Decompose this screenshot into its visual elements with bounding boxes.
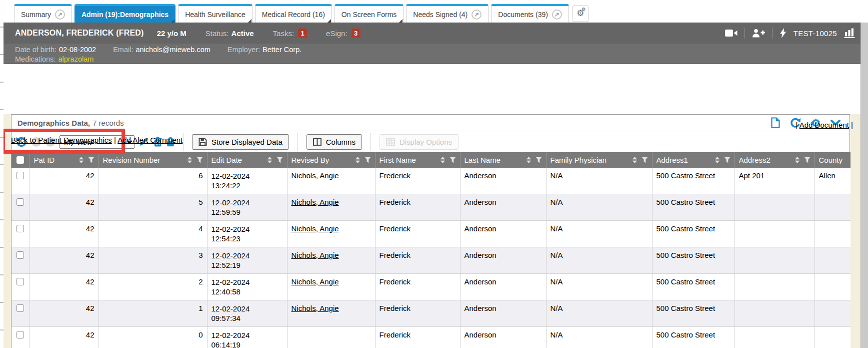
revised-by-link[interactable]: Nichols, Angie [292, 224, 339, 233]
select-all-checkbox[interactable] [16, 156, 24, 164]
row-checkbox[interactable] [16, 278, 24, 285]
tab-summary[interactable]: Summary↗ [14, 4, 72, 23]
filter-icon[interactable] [196, 157, 203, 163]
cell-last_name: Anderson [460, 300, 546, 327]
store-displayed-data-button[interactable]: Store Displayed Data [192, 134, 289, 150]
cell-address2 [734, 221, 814, 247]
filter-icon[interactable] [88, 157, 94, 163]
column-header-address2[interactable]: Address2 [734, 152, 814, 168]
column-header-revision[interactable]: Revision Number [98, 152, 207, 168]
revised-by-link[interactable]: Nichols, Angie [292, 251, 339, 259]
filter-icon[interactable] [450, 157, 456, 163]
popout-icon[interactable]: ↗ [55, 10, 65, 20]
sort-icon[interactable] [714, 156, 720, 164]
column-header-pat_id[interactable]: Pat ID [30, 152, 98, 168]
sort-icon[interactable] [794, 156, 800, 164]
row-checkbox[interactable] [16, 198, 24, 206]
revised-by-link[interactable]: Nichols, Angie [292, 171, 339, 180]
row-checkbox[interactable] [16, 304, 24, 312]
column-label: Address2 [739, 156, 770, 164]
tab-health-surveillance[interactable]: Health Surveillance [178, 4, 252, 23]
columns-button[interactable]: Columns [306, 134, 362, 150]
row-checkbox-cell [12, 300, 30, 327]
revised-by-link[interactable]: Nichols, Angie [292, 277, 339, 286]
edit-date: 12-02-2024 [212, 198, 283, 207]
column-header-edit_date[interactable]: Edit Date [207, 152, 287, 168]
tab-medical-record-16[interactable]: Medical Record (16) [255, 4, 332, 23]
column-header-checkbox[interactable] [12, 152, 30, 168]
sort-icon[interactable] [526, 156, 532, 164]
filter-icon[interactable] [724, 157, 730, 163]
column-label: County [819, 156, 843, 164]
cell-family_physician: N/A [546, 327, 652, 348]
cell-family_physician: N/A [546, 247, 652, 274]
tab-settings-button[interactable]: ⚙ ⚙ [572, 5, 588, 22]
toolbar-divider [370, 133, 371, 151]
add-alert-comment-link[interactable]: Add Alert Comment [118, 136, 182, 144]
cell-edit_date: 12-02-202412:54:23 [207, 221, 287, 247]
cell-revision: 0 [98, 327, 207, 348]
column-header-family_physician[interactable]: Family Physician [546, 152, 652, 168]
column-label: Family Physician [550, 156, 607, 164]
tab-documents-39[interactable]: Documents (39)↗ [491, 4, 569, 23]
table-row: 42612-02-202413:24:22Nichols, AngieFrede… [12, 168, 850, 194]
tab-dropdown-caret-icon[interactable] [328, 19, 331, 23]
esign-count-badge[interactable]: 3 [352, 29, 360, 38]
toolbar-divider [183, 133, 184, 151]
column-header-revised_by[interactable]: Revised By [287, 152, 375, 168]
video-camera-icon[interactable] [725, 29, 738, 37]
add-person-icon[interactable] [752, 29, 765, 38]
save-icon [198, 138, 207, 146]
filter-icon[interactable] [364, 157, 371, 163]
tab-admin-19-demographics[interactable]: Admin (19):Demographics [74, 4, 176, 23]
vertical-scrollbar[interactable] [860, 23, 868, 348]
cell-county [814, 194, 850, 221]
sort-icon[interactable] [267, 156, 272, 164]
tab-on-screen-forms[interactable]: On Screen Forms [334, 4, 404, 23]
row-checkbox[interactable] [16, 251, 24, 259]
cell-address2 [734, 194, 814, 221]
bar-chart-icon[interactable] [844, 28, 855, 38]
popout-icon[interactable]: ↗ [552, 10, 562, 20]
sort-icon[interactable] [78, 156, 84, 164]
revised-by-link[interactable]: Nichols, Angie [292, 198, 339, 206]
back-to-patient-demographics-link[interactable]: Back to Patient Demographics [11, 136, 112, 144]
tasks-count-badge[interactable]: 1 [298, 29, 307, 38]
filter-icon[interactable] [804, 157, 810, 163]
filter-icon[interactable] [536, 157, 542, 163]
popout-icon[interactable]: ↗ [472, 10, 482, 20]
cell-county: Allen [814, 168, 850, 194]
sort-icon[interactable] [440, 156, 446, 164]
sort-icon[interactable] [187, 156, 192, 164]
new-document-icon[interactable] [771, 117, 780, 128]
patient-demographics-bar: Date of birth: 02-08-2002 Email: anichol… [0, 44, 868, 64]
cell-revised_by: Nichols, Angie [287, 274, 375, 300]
row-checkbox[interactable] [16, 225, 24, 232]
tab-needs-signed-4[interactable]: Needs Signed (4)↗ [406, 4, 488, 23]
add-document-link[interactable]: Add Document [800, 121, 849, 129]
tab-dropdown-caret-icon[interactable] [399, 19, 402, 23]
cell-revision: 6 [98, 168, 207, 194]
cell-pat_id: 42 [30, 327, 98, 348]
column-header-last_name[interactable]: Last Name [460, 152, 546, 168]
sort-icon[interactable] [355, 156, 360, 164]
sort-icon[interactable] [632, 156, 638, 164]
filter-icon[interactable] [642, 157, 648, 163]
column-header-first_name[interactable]: First Name [375, 152, 460, 168]
column-header-address1[interactable]: Address1 [652, 152, 734, 168]
cell-revised_by: Nichols, Angie [287, 247, 375, 274]
row-checkbox[interactable] [16, 331, 24, 338]
cell-edit_date: 12-02-202413:24:22 [207, 168, 287, 194]
tab-dropdown-caret-icon[interactable] [248, 19, 252, 23]
email-value: anichols@mieweb.com [136, 46, 210, 54]
demographics-revision-table: Pat ID Revision Number Edit Date Revised… [12, 152, 850, 348]
panel-title: Demographics Data, [18, 119, 90, 127]
filter-icon[interactable] [276, 157, 283, 163]
status-label: Status: [206, 29, 229, 38]
cell-county [814, 300, 850, 327]
tab-dropdown-caret-icon[interactable] [171, 19, 174, 23]
medications-value[interactable]: alprazolam [58, 55, 94, 63]
row-checkbox[interactable] [16, 172, 24, 179]
lightning-bolt-icon[interactable] [780, 28, 786, 38]
revised-by-link[interactable]: Nichols, Angie [292, 304, 339, 312]
